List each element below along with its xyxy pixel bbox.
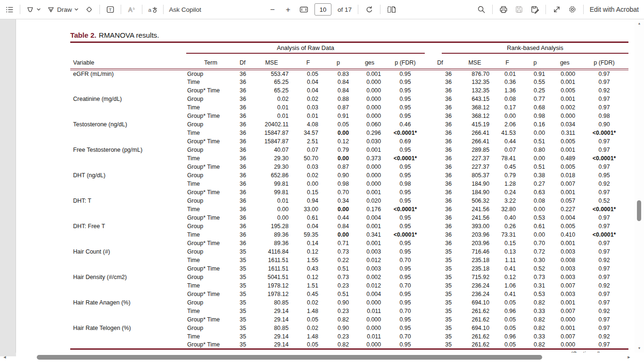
table-cell: 0.000 bbox=[550, 112, 580, 120]
table-cell: 33.00 bbox=[293, 205, 323, 214]
edit-with-acrobat-button[interactable]: Edit with Acrobat bbox=[590, 3, 639, 16]
table-cell bbox=[70, 315, 186, 324]
table-cell: 0.97 bbox=[580, 95, 628, 103]
table-cell: 36 bbox=[235, 230, 250, 239]
table-cell: Free Testosterone (pg/mL) bbox=[70, 146, 186, 154]
rotate-button[interactable] bbox=[364, 3, 374, 16]
table-cell: 184.90 bbox=[455, 180, 494, 188]
table-cell: 0.15 bbox=[293, 188, 323, 197]
scroll-left-button[interactable]: ◀ bbox=[1, 353, 8, 362]
add-text-button[interactable]: T bbox=[106, 3, 115, 16]
search-button[interactable] bbox=[477, 3, 486, 16]
table-cell: 0.97 bbox=[580, 341, 628, 349]
table-cell: Group bbox=[186, 197, 235, 205]
zoom-in-button[interactable]: + bbox=[283, 3, 293, 16]
table-cell: Time bbox=[186, 78, 235, 86]
table-cell bbox=[70, 205, 186, 214]
table-cell: 0.98 bbox=[520, 112, 550, 120]
vertical-scrollbar[interactable]: ▲ ▼ bbox=[635, 19, 644, 353]
page-input[interactable] bbox=[314, 3, 331, 16]
table-row: Group* Time3665.250.040.840.0000.9536132… bbox=[70, 86, 628, 95]
table-cell: 0.02 bbox=[293, 171, 323, 180]
table-row: DHT: Free TGroup36195.280.040.840.0010.9… bbox=[70, 222, 628, 230]
table-cell: 0.05 bbox=[323, 120, 354, 129]
table-cell: 0.007 bbox=[550, 307, 580, 315]
table-cell bbox=[70, 154, 186, 163]
print-button[interactable] bbox=[499, 3, 508, 16]
table-cell: 0.005 bbox=[550, 163, 580, 171]
read-aloud-button: A bbox=[127, 3, 136, 16]
table-cell: Hair Rate Anagen (%) bbox=[70, 298, 186, 307]
table-cell: 89.36 bbox=[250, 230, 293, 239]
table-cell: 36 bbox=[425, 69, 455, 78]
table-of-contents-button[interactable] bbox=[5, 3, 14, 16]
table-cell: 0.44 bbox=[494, 137, 520, 146]
table-cell: 15847.87 bbox=[250, 137, 293, 146]
column-header: MSE bbox=[250, 54, 293, 69]
table-cell: 506.32 bbox=[455, 197, 494, 205]
highlight-button[interactable] bbox=[26, 3, 41, 16]
table-cell: 0.00 bbox=[494, 112, 520, 120]
scroll-down-button[interactable]: ▼ bbox=[635, 345, 644, 352]
table-cell: 0.97 bbox=[580, 247, 628, 256]
table-cell: Group* Time bbox=[186, 214, 235, 222]
horizontal-scrollbar[interactable]: ◀ ▶ bbox=[0, 353, 644, 362]
table-cell: 0.004 bbox=[354, 290, 386, 298]
table-cell: 0.92 bbox=[580, 307, 628, 315]
table-cell: 0.97 bbox=[580, 222, 628, 230]
settings-button[interactable] bbox=[568, 3, 577, 16]
table-cell: 36 bbox=[425, 230, 455, 239]
table-cell: 0.03 bbox=[293, 163, 323, 171]
table-cell: 34.57 bbox=[293, 129, 323, 137]
table-cell: 0.51 bbox=[323, 264, 354, 273]
table-cell: 36 bbox=[235, 129, 250, 137]
table-cell: 3.22 bbox=[494, 197, 520, 205]
table-cell: 0.82 bbox=[323, 341, 354, 349]
table-cell bbox=[70, 112, 186, 120]
table-row: Hair Rate Anagen (%)Group3580.850.020.90… bbox=[70, 298, 628, 307]
table-cell: 0.003 bbox=[550, 247, 580, 256]
table-cell: 36 bbox=[235, 146, 250, 154]
draw-button[interactable]: Draw bbox=[47, 3, 79, 16]
table-cell: 4116.84 bbox=[250, 247, 293, 256]
table-cell: 36 bbox=[235, 188, 250, 197]
table-cell: 0.36 bbox=[494, 78, 520, 86]
table-cell: 0.12 bbox=[494, 273, 520, 281]
scroll-right-button[interactable]: ▶ bbox=[625, 353, 633, 362]
table-cell: 261.62 bbox=[455, 332, 494, 341]
table-cell: 35 bbox=[235, 281, 250, 290]
table-cell: 0.97 bbox=[580, 163, 628, 171]
table-cell: 0.004 bbox=[550, 214, 580, 222]
table-cell: <0.0001* bbox=[580, 129, 628, 137]
table-cell: 0.98 bbox=[323, 180, 354, 188]
page-view-button[interactable] bbox=[387, 3, 396, 16]
table-cell: Group bbox=[186, 324, 235, 332]
table-cell: 553.47 bbox=[250, 69, 293, 78]
table-cell: 0.82 bbox=[520, 315, 550, 324]
draw-label: Draw bbox=[57, 6, 72, 13]
table-cell: 0.95 bbox=[386, 273, 425, 281]
save-as-button[interactable] bbox=[530, 3, 539, 16]
fullscreen-button[interactable] bbox=[552, 3, 561, 16]
scroll-up-button[interactable]: ▲ bbox=[635, 20, 644, 27]
table-cell: 0.95 bbox=[386, 86, 425, 95]
table-cell: 0.55 bbox=[520, 78, 550, 86]
table-cell: 0.95 bbox=[386, 112, 425, 120]
fit-to-width-button[interactable] bbox=[299, 3, 308, 16]
table-cell: 0.12 bbox=[293, 273, 323, 281]
ask-copilot-button[interactable]: Ask Copilot bbox=[169, 3, 201, 16]
table-cell: 0.002 bbox=[550, 103, 580, 112]
translate-button[interactable]: a bbox=[148, 3, 157, 16]
horizontal-scroll-thumb[interactable] bbox=[37, 355, 542, 360]
gear-icon bbox=[568, 5, 577, 14]
table-cell: 36 bbox=[235, 197, 250, 205]
toolbar-separator bbox=[20, 5, 20, 14]
table-cell: 1978.12 bbox=[250, 290, 293, 298]
table-cell: 36 bbox=[235, 69, 250, 78]
table-row: Creatinine (mg/dL)Group360.020.020.880.0… bbox=[70, 95, 628, 103]
table-cell: 80.85 bbox=[250, 324, 293, 332]
eraser-button[interactable] bbox=[84, 3, 94, 16]
table-cell: Group bbox=[186, 120, 235, 129]
vertical-scroll-thumb[interactable] bbox=[637, 200, 641, 221]
zoom-out-button[interactable]: − bbox=[268, 3, 277, 16]
